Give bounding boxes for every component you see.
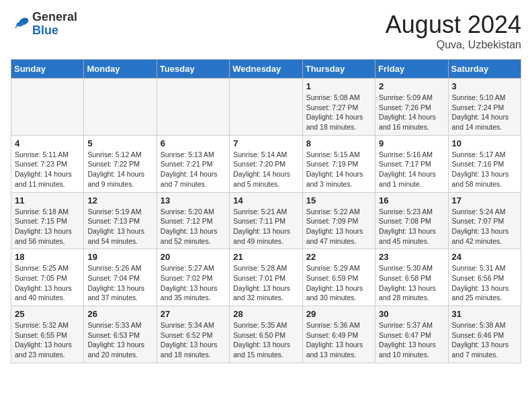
day-info: Sunrise: 5:22 AM Sunset: 7:09 PM Dayligh… [306, 207, 371, 246]
calendar-cell: 15Sunrise: 5:22 AM Sunset: 7:09 PM Dayli… [302, 192, 375, 249]
day-info: Sunrise: 5:10 AM Sunset: 7:24 PM Dayligh… [452, 93, 517, 132]
day-number: 22 [306, 252, 371, 262]
day-number: 10 [452, 138, 517, 148]
calendar-cell: 16Sunrise: 5:23 AM Sunset: 7:08 PM Dayli… [375, 192, 448, 249]
day-number: 8 [306, 138, 371, 148]
day-number: 7 [233, 138, 298, 148]
day-info: Sunrise: 5:27 AM Sunset: 7:02 PM Dayligh… [161, 263, 226, 303]
day-info: Sunrise: 5:08 AM Sunset: 7:27 PM Dayligh… [306, 93, 371, 132]
title-block: August 2024 Quva, Uzbekistan [386, 11, 521, 51]
day-info: Sunrise: 5:12 AM Sunset: 7:22 PM Dayligh… [87, 150, 152, 189]
day-info: Sunrise: 5:30 AM Sunset: 6:58 PM Dayligh… [379, 263, 444, 303]
day-number: 15 [306, 195, 371, 205]
day-info: Sunrise: 5:13 AM Sunset: 7:21 PM Dayligh… [161, 150, 226, 189]
calendar-cell [84, 79, 157, 136]
day-number: 3 [452, 81, 517, 91]
logo-bird-icon [11, 15, 30, 34]
logo: General Blue [11, 11, 77, 38]
day-number: 13 [161, 195, 226, 205]
day-number: 6 [161, 138, 226, 148]
calendar-cell [157, 79, 229, 136]
day-number: 25 [15, 309, 80, 319]
day-number: 2 [379, 81, 444, 91]
day-info: Sunrise: 5:26 AM Sunset: 7:04 PM Dayligh… [87, 263, 152, 303]
day-info: Sunrise: 5:14 AM Sunset: 7:20 PM Dayligh… [233, 150, 298, 189]
day-number: 31 [452, 309, 517, 319]
calendar-week-row: 11Sunrise: 5:18 AM Sunset: 7:15 PM Dayli… [11, 192, 521, 249]
day-info: Sunrise: 5:17 AM Sunset: 7:16 PM Dayligh… [452, 150, 517, 189]
day-number: 11 [15, 195, 80, 205]
calendar-week-row: 25Sunrise: 5:32 AM Sunset: 6:55 PM Dayli… [11, 306, 521, 363]
calendar-week-row: 4Sunrise: 5:11 AM Sunset: 7:23 PM Daylig… [11, 135, 521, 192]
weekday-header-wednesday: Wednesday [230, 60, 302, 79]
calendar-cell: 19Sunrise: 5:26 AM Sunset: 7:04 PM Dayli… [84, 249, 157, 306]
day-info: Sunrise: 5:21 AM Sunset: 7:11 PM Dayligh… [233, 207, 298, 246]
location-subtitle: Quva, Uzbekistan [386, 39, 521, 51]
day-number: 9 [379, 138, 444, 148]
calendar-cell: 24Sunrise: 5:31 AM Sunset: 6:56 PM Dayli… [448, 249, 521, 306]
calendar-cell: 17Sunrise: 5:24 AM Sunset: 7:07 PM Dayli… [448, 192, 521, 249]
calendar-cell: 28Sunrise: 5:35 AM Sunset: 6:50 PM Dayli… [230, 306, 302, 363]
day-info: Sunrise: 5:19 AM Sunset: 7:13 PM Dayligh… [87, 207, 152, 246]
day-number: 27 [161, 309, 226, 319]
calendar-cell: 27Sunrise: 5:34 AM Sunset: 6:52 PM Dayli… [157, 306, 229, 363]
calendar-cell: 22Sunrise: 5:29 AM Sunset: 6:59 PM Dayli… [302, 249, 375, 306]
day-info: Sunrise: 5:25 AM Sunset: 7:05 PM Dayligh… [15, 263, 80, 303]
day-info: Sunrise: 5:15 AM Sunset: 7:19 PM Dayligh… [306, 150, 371, 189]
day-number: 14 [233, 195, 298, 205]
day-info: Sunrise: 5:33 AM Sunset: 6:53 PM Dayligh… [87, 320, 152, 360]
day-info: Sunrise: 5:37 AM Sunset: 6:47 PM Dayligh… [379, 320, 444, 360]
day-number: 21 [233, 252, 298, 262]
calendar-cell: 13Sunrise: 5:20 AM Sunset: 7:12 PM Dayli… [157, 192, 229, 249]
calendar-week-row: 18Sunrise: 5:25 AM Sunset: 7:05 PM Dayli… [11, 249, 521, 306]
day-number: 17 [452, 195, 517, 205]
day-info: Sunrise: 5:16 AM Sunset: 7:17 PM Dayligh… [379, 150, 444, 189]
calendar-cell: 23Sunrise: 5:30 AM Sunset: 6:58 PM Dayli… [375, 249, 448, 306]
day-info: Sunrise: 5:32 AM Sunset: 6:55 PM Dayligh… [15, 320, 80, 360]
day-number: 29 [306, 309, 371, 319]
day-info: Sunrise: 5:28 AM Sunset: 7:01 PM Dayligh… [233, 263, 298, 303]
calendar-cell: 6Sunrise: 5:13 AM Sunset: 7:21 PM Daylig… [157, 135, 229, 192]
calendar-cell: 31Sunrise: 5:38 AM Sunset: 6:46 PM Dayli… [448, 306, 521, 363]
day-number: 4 [15, 138, 80, 148]
day-number: 23 [379, 252, 444, 262]
calendar-table: SundayMondayTuesdayWednesdayThursdayFrid… [11, 59, 521, 363]
day-number: 26 [87, 309, 152, 319]
weekday-header-row: SundayMondayTuesdayWednesdayThursdayFrid… [11, 60, 521, 79]
calendar-cell: 3Sunrise: 5:10 AM Sunset: 7:24 PM Daylig… [448, 79, 521, 136]
logo-text: General Blue [32, 11, 77, 38]
calendar-cell: 18Sunrise: 5:25 AM Sunset: 7:05 PM Dayli… [11, 249, 84, 306]
calendar-cell: 10Sunrise: 5:17 AM Sunset: 7:16 PM Dayli… [448, 135, 521, 192]
day-info: Sunrise: 5:36 AM Sunset: 6:49 PM Dayligh… [306, 320, 371, 360]
calendar-cell: 5Sunrise: 5:12 AM Sunset: 7:22 PM Daylig… [84, 135, 157, 192]
day-info: Sunrise: 5:29 AM Sunset: 6:59 PM Dayligh… [306, 263, 371, 303]
calendar-cell: 1Sunrise: 5:08 AM Sunset: 7:27 PM Daylig… [302, 79, 375, 136]
calendar-cell: 14Sunrise: 5:21 AM Sunset: 7:11 PM Dayli… [230, 192, 302, 249]
weekday-header-monday: Monday [84, 60, 157, 79]
day-number: 18 [15, 252, 80, 262]
calendar-cell: 4Sunrise: 5:11 AM Sunset: 7:23 PM Daylig… [11, 135, 84, 192]
day-info: Sunrise: 5:35 AM Sunset: 6:50 PM Dayligh… [233, 320, 298, 360]
calendar-cell: 21Sunrise: 5:28 AM Sunset: 7:01 PM Dayli… [230, 249, 302, 306]
calendar-week-row: 1Sunrise: 5:08 AM Sunset: 7:27 PM Daylig… [11, 79, 521, 136]
calendar-cell: 9Sunrise: 5:16 AM Sunset: 7:17 PM Daylig… [375, 135, 448, 192]
day-info: Sunrise: 5:38 AM Sunset: 6:46 PM Dayligh… [452, 320, 517, 360]
calendar-cell [11, 79, 84, 136]
calendar-cell: 29Sunrise: 5:36 AM Sunset: 6:49 PM Dayli… [302, 306, 375, 363]
day-number: 28 [233, 309, 298, 319]
page-header: General Blue August 2024 Quva, Uzbekista… [11, 11, 521, 51]
calendar-cell: 8Sunrise: 5:15 AM Sunset: 7:19 PM Daylig… [302, 135, 375, 192]
day-number: 24 [452, 252, 517, 262]
calendar-cell [230, 79, 302, 136]
day-info: Sunrise: 5:11 AM Sunset: 7:23 PM Dayligh… [15, 150, 80, 189]
day-number: 12 [87, 195, 152, 205]
day-number: 19 [87, 252, 152, 262]
day-number: 5 [87, 138, 152, 148]
day-number: 20 [161, 252, 226, 262]
weekday-header-saturday: Saturday [448, 60, 521, 79]
calendar-cell: 12Sunrise: 5:19 AM Sunset: 7:13 PM Dayli… [84, 192, 157, 249]
day-info: Sunrise: 5:31 AM Sunset: 6:56 PM Dayligh… [452, 263, 517, 303]
weekday-header-tuesday: Tuesday [157, 60, 229, 79]
calendar-cell: 26Sunrise: 5:33 AM Sunset: 6:53 PM Dayli… [84, 306, 157, 363]
day-number: 16 [379, 195, 444, 205]
